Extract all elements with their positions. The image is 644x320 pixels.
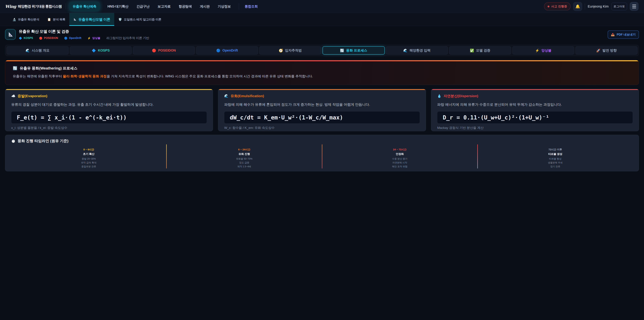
badge-label: POSEIDON xyxy=(44,37,58,40)
stage-phase: 초기 확산 xyxy=(11,152,166,156)
tab-system-overview[interactable]: 🌊 시스템 개요 xyxy=(6,46,68,55)
tab-weathering-process[interactable]: 🔄 풍화 프로세스 xyxy=(322,46,385,55)
subtab-spill-analysis[interactable]: 🔬 유출유 확산분석 xyxy=(8,13,43,26)
microscope-icon: 🔬 xyxy=(12,18,16,21)
card-evaporation: ☁️ 증발(Evaporation) 유류의 경질 성분이 대기로 증발하는 과… xyxy=(5,89,213,131)
subtab-label: 유출유 확산분석 xyxy=(18,18,39,22)
wave-icon: 🌊 xyxy=(26,49,30,53)
timeline-stage-tarball: 72시간 이후 타르볼 생성 타르볼 형성 생물분해 우세 장기 잔류 xyxy=(478,144,633,168)
lightning-icon: ⚡ xyxy=(535,49,539,53)
wave-icon: 🌊 xyxy=(403,49,408,53)
badge-opendrift: 🔵 OpenDrift xyxy=(64,37,81,40)
repeat-icon: 🔄 xyxy=(340,49,344,53)
nav-item-hns-diffusion[interactable]: HNS·대기확산 xyxy=(108,4,128,9)
card-description: 유류의 경질 성분이 대기로 증발하는 과정. 유출 초기 수시간 내에 가장 … xyxy=(11,102,207,107)
nav-inner-divider xyxy=(239,3,239,10)
card-title-row: 🌊 유화(Emulsification) xyxy=(224,94,420,98)
stage-time: 24 ~ 72시간 xyxy=(322,148,477,151)
check-mark-icon: ✅ xyxy=(470,49,474,53)
tab-label: KOSPS xyxy=(98,49,110,52)
intro-text-before: 유출유는 해면에 유출된 직후부터 xyxy=(13,74,63,78)
hamburger-bar xyxy=(632,8,636,8)
main-content: 유출유 확산 모델 이론 및 검증 🔷 KOSPS 🔴 POSEIDON 🔵 O… xyxy=(0,26,644,171)
tab-opendrift[interactable]: 🔵 OpenDrift xyxy=(196,46,258,55)
page-subtitle: 라그랑지안 입자추적 이론 기반 xyxy=(106,36,149,40)
stage-detail-line: 중질유분 잔류 xyxy=(11,165,166,168)
stage-details: 수중 분산 증가 자연분해 시작 해안 표착 위험 xyxy=(322,157,477,168)
logout-button[interactable]: 로그아웃 xyxy=(611,3,627,10)
hamburger-menu-button[interactable] xyxy=(630,2,638,11)
timeline-stage-emulsification: 6 ~ 24시간 유화 진행 유화율 50~70% 점도 급증 체적 1.5~4… xyxy=(167,144,322,168)
timeline-title: 풍화 진행 타임라인 (원유 기준) xyxy=(18,139,68,143)
user-divider xyxy=(585,3,585,10)
lightning-icon: ⚡ xyxy=(88,37,91,40)
repeat-icon: 🔄 xyxy=(13,66,17,71)
pdf-export-button[interactable]: 📤 PDF 내보내기 xyxy=(608,30,639,39)
stage-phase: 타르볼 생성 xyxy=(478,152,633,156)
timeline-stage-stabilization: 24 ~ 72시간 안정화 수중 분산 증가 자연분해 시작 해안 표착 위험 xyxy=(322,144,477,168)
timeline-stage-initial-spread: 0 ~ 6시간 초기 확산 증발 20~30% 유막 급속 확대 중질유분 잔류 xyxy=(11,144,166,168)
formula-note: W_c: 함수율 / K_em: 유화 속도상수 xyxy=(224,126,420,130)
tab-kosps[interactable]: 🔷 KOSPS xyxy=(70,46,132,55)
intro-text-after: 을 거쳐 지속적으로 특성이 변화합니다. WING 시스템은 주요 풍화 프로… xyxy=(107,74,313,78)
tab-marine-environment-input[interactable]: 🌊 해양환경 입력 xyxy=(386,46,448,55)
nav-item-aerial-search[interactable]: 항공탐색 xyxy=(179,4,192,9)
nav-item-integrated-search[interactable]: 통합조회 xyxy=(245,4,258,9)
hamburger-bar xyxy=(632,5,636,5)
incident-status-badge: 사고 진행중 xyxy=(544,2,570,11)
page-icon-box xyxy=(5,29,16,40)
tab-ensemble[interactable]: ⚡ 앙상블 xyxy=(512,46,574,55)
card-title-row: 💧 자연분산(Dispersion) xyxy=(437,94,633,98)
section-tab-bar: 🌊 시스템 개요 🔷 KOSPS 🔴 POSEIDON 🔵 OpenDrift … xyxy=(5,45,639,56)
stage-detail-line: 생물분해 우세 xyxy=(478,161,633,165)
triangular-ruler-icon xyxy=(8,32,13,37)
incident-dot-icon xyxy=(548,6,550,8)
top-navbar: Wing 해양환경 위기대응 통합시스템 유출유 확산예측 HNS·대기확산 긴… xyxy=(0,0,644,13)
process-cards-row: ☁️ 증발(Evaporation) 유류의 경질 성분이 대기로 증발하는 과… xyxy=(5,89,639,131)
tab-label: 앙상블 xyxy=(541,48,552,53)
formula-block: dW_c/dt = K_em·U_w²·(1-W_c/W_max) xyxy=(224,111,420,124)
system-title: 해양환경 위기대응 통합시스템 xyxy=(18,4,62,9)
stage-detail-line: 유화율 50~70% xyxy=(167,157,322,161)
tab-label: 해양환경 입력 xyxy=(410,48,431,53)
tab-particle-tracking[interactable]: 🧭 입자추적법 xyxy=(259,46,321,55)
bell-icon: 🔔 xyxy=(576,4,580,9)
nav-item-reports[interactable]: 보고자료 xyxy=(158,4,171,9)
stage-details: 타르볼 형성 생물분해 우세 장기 잔류 xyxy=(478,157,633,168)
stage-details: 증발 20~30% 유막 급속 확대 중질유분 잔류 xyxy=(11,157,166,168)
stopwatch-icon: ⏱️ xyxy=(11,139,16,143)
notification-button[interactable]: 🔔 xyxy=(573,2,582,11)
subtab-diffusion-model-theory[interactable]: 유출유확산모델 이론 xyxy=(69,13,114,26)
formula-note: Mackay 경험식 기반 분산율 계산 xyxy=(437,126,633,130)
weathering-timeline-card: ⏱️ 풍화 진행 타임라인 (원유 기준) 0 ~ 6시간 초기 확산 증발 2… xyxy=(5,135,639,171)
tab-label: 시스템 개요 xyxy=(32,48,50,53)
tab-future-direction[interactable]: 🚀 발전 방향 xyxy=(576,46,638,55)
stage-phase: 유화 진행 xyxy=(167,152,322,156)
red-circle-icon: 🔴 xyxy=(39,37,42,40)
tab-model-validation[interactable]: ✅ 모델 검증 xyxy=(449,46,511,55)
subtab-oil-fence-algorithm[interactable]: 🛡️ 오일펜스 배치 알고리즘 이론 xyxy=(114,13,165,26)
card-emulsification: 🌊 유화(Emulsification) 파랑에 의해 해수가 유류에 혼입되어… xyxy=(218,89,426,131)
stage-detail-line: 장기 잔류 xyxy=(478,165,633,168)
navbar-right: 사고 진행중 🔔 Eunjeong Kim 로그아웃 xyxy=(544,2,638,11)
stage-detail-line: 타르볼 형성 xyxy=(478,157,633,161)
formula-note: x_i: 성분별 몰분율 / k_ei: 증발 속도상수 xyxy=(11,126,207,130)
tab-poseidon[interactable]: 🔴 POSEIDON xyxy=(133,46,195,55)
subtab-analysis-list[interactable]: 📋 분석 목록 xyxy=(43,13,69,26)
red-circle-icon: 🔴 xyxy=(152,49,156,53)
droplet-icon: 💧 xyxy=(437,94,442,98)
incident-status-label: 사고 진행중 xyxy=(551,4,567,9)
brand: Wing 해양환경 위기대응 통합시스템 xyxy=(5,4,62,9)
nav-item-board[interactable]: 게시판 xyxy=(200,4,210,9)
nav-item-emergency-rescue[interactable]: 긴급구난 xyxy=(136,4,150,9)
card-title: 자연분산(Dispersion) xyxy=(444,94,478,98)
card-dispersion: 💧 자연분산(Dispersion) 파랑 에너지에 의해 유류가 수중으로 분… xyxy=(431,89,639,131)
stage-detail-line: 해안 표착 위험 xyxy=(322,165,477,168)
nav-item-weather-info[interactable]: 기상정보 xyxy=(218,4,231,9)
badge-label: OpenDrift xyxy=(69,37,81,40)
cloud-icon: ☁️ xyxy=(11,94,16,98)
weathering-intro-card: 🔄 유출유 풍화(Weathering) 프로세스 유출유는 해면에 유출된 직… xyxy=(5,60,639,85)
blue-diamond-icon: 🔷 xyxy=(19,37,22,40)
formula-block: D_r = 0.11·(U_w+U_c)²·(1+U_w)⁻¹ xyxy=(437,111,633,124)
nav-item-oil-spill-prediction[interactable]: 유출유 확산예측 xyxy=(69,2,100,11)
